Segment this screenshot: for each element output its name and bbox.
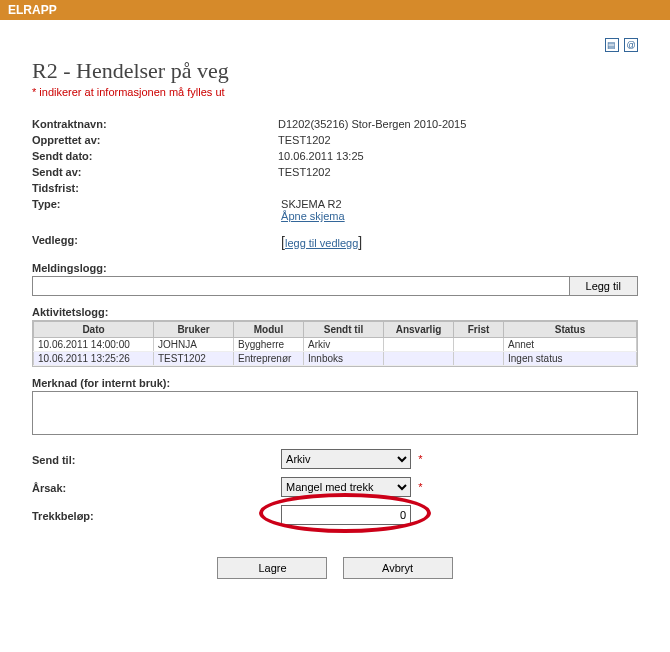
app-header: ELRAPP [0,0,670,20]
col-sendt-til: Sendt til [304,322,384,338]
type-value: SKJEMA R2 Åpne skjema [281,198,345,222]
col-modul: Modul [234,322,304,338]
cancel-button[interactable]: Avbryt [343,557,453,579]
tidsfrist-label: Tidsfrist: [32,182,278,194]
add-message-button[interactable]: Legg til [569,276,638,296]
type-label: Type: [32,198,278,210]
trekk-label: Trekkbeløp: [32,510,278,522]
vedlegg-value: [legg til vedlegg] [281,234,362,250]
help-icon[interactable]: @ [624,38,638,52]
opprettet-av-value: TEST1202 [278,134,331,146]
open-schema-link[interactable]: Åpne skjema [281,210,345,222]
trekk-input[interactable] [281,505,411,525]
type-text: SKJEMA R2 [281,198,342,210]
send-til-select[interactable]: Arkiv [281,449,411,469]
col-bruker: Bruker [154,322,234,338]
sendt-dato-label: Sendt dato: [32,150,278,162]
meldingslogg-label: Meldingslogg: [32,262,638,274]
sendt-av-value: TEST1202 [278,166,331,178]
add-attachment-link[interactable]: legg til vedlegg [285,237,358,249]
kontraktnavn-value: D1202(35216) Stor-Bergen 2010-2015 [278,118,466,130]
send-til-label: Send til: [32,454,278,466]
sendt-dato-value: 10.06.2011 13:25 [278,150,364,162]
main-content: ▤ @ R2 - Hendelser på veg * indikerer at… [0,20,670,607]
page-title: R2 - Hendelser på veg [32,58,638,84]
table-row: 10.06.2011 14:00:00 JOHNJA Byggherre Ark… [34,338,637,352]
kontraktnavn-label: Kontraktnavn: [32,118,278,130]
top-icons: ▤ @ [603,38,638,52]
col-frist: Frist [454,322,504,338]
required-star: * [418,481,422,493]
meldingslogg-input[interactable] [32,276,570,296]
activity-log-body: 10.06.2011 14:00:00 JOHNJA Byggherre Ark… [34,338,637,366]
aktivitetslogg-label: Aktivitetslogg: [32,306,638,318]
opprettet-av-label: Opprettet av: [32,134,278,146]
col-ansvarlig: Ansvarlig [384,322,454,338]
table-row: 10.06.2011 13:25:26 TEST1202 Entreprenør… [34,352,637,366]
sendt-av-label: Sendt av: [32,166,278,178]
required-note: * indikerer at informasjonen må fylles u… [32,86,638,98]
save-button[interactable]: Lagre [217,557,327,579]
arsak-label: Årsak: [32,482,278,494]
print-icon[interactable]: ▤ [605,38,619,52]
col-dato: Dato [34,322,154,338]
merknad-label: Merknad (for internt bruk): [32,377,638,389]
col-status: Status [504,322,637,338]
vedlegg-label: Vedlegg: [32,234,278,246]
activity-log-table: Dato Bruker Modul Sendt til Ansvarlig Fr… [33,321,637,366]
app-name: ELRAPP [8,3,57,17]
arsak-select[interactable]: Mangel med trekk [281,477,411,497]
merknad-textarea[interactable] [32,391,638,435]
required-star: * [418,453,422,465]
